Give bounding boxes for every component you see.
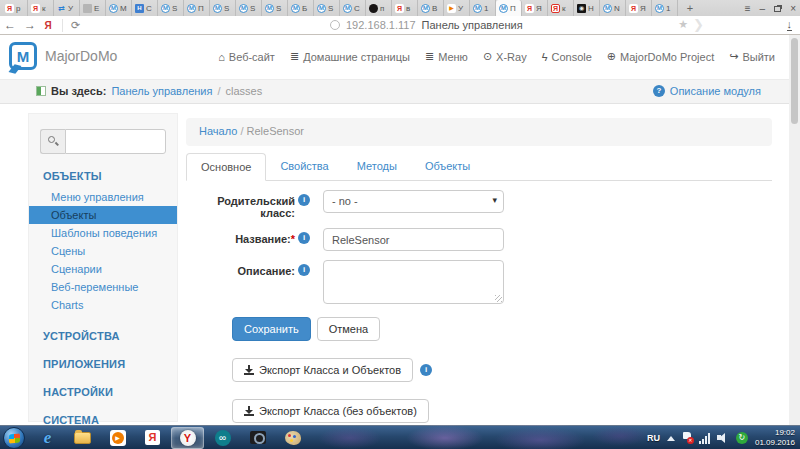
show-hidden-icons-button[interactable] — [667, 436, 675, 441]
module-help[interactable]: ? Описание модуля — [653, 85, 761, 97]
taskbar-button[interactable] — [101, 427, 134, 449]
browser-menu-icon[interactable]: ≡ — [745, 3, 751, 14]
header-nav-item[interactable]: ↪ Выйти — [729, 50, 775, 63]
breadcrumb-link[interactable]: Панель управления — [111, 85, 212, 97]
header-nav-item[interactable]: ⊙ X-Ray — [483, 50, 527, 63]
majordomo-favicon: M — [473, 4, 482, 13]
browser-tab[interactable]: п — [366, 0, 392, 16]
search-input[interactable] — [65, 129, 166, 154]
header-nav-item[interactable]: ≣ Меню — [425, 50, 468, 63]
taskbar-button[interactable] — [241, 427, 274, 449]
browser-tab[interactable]: M С — [340, 0, 366, 16]
browser-tab[interactable]: M 1 — [652, 0, 678, 16]
browser-tab[interactable]: ◉ Н — [574, 0, 600, 16]
save-button[interactable]: Сохранить — [232, 317, 311, 341]
browser-tab[interactable]: M M — [106, 0, 132, 16]
close-button[interactable]: × — [790, 3, 796, 14]
header-nav-item[interactable]: ⊕ MajorDoMo Project — [607, 50, 714, 63]
info-icon[interactable]: i — [298, 232, 310, 244]
sync-icon[interactable]: ↻ — [736, 432, 748, 444]
forward-button[interactable]: → — [20, 18, 40, 32]
browser-tab[interactable]: Я к — [28, 0, 54, 16]
chevron-down-icon: ▾ — [492, 195, 497, 205]
description-textarea[interactable] — [324, 261, 503, 303]
back-button[interactable]: ← — [0, 18, 20, 32]
action-center-icon[interactable] — [682, 432, 692, 444]
title-input[interactable] — [323, 228, 504, 251]
content-tab[interactable]: Основное — [186, 153, 266, 181]
browser-tab[interactable]: M П — [496, 0, 522, 16]
taskbar-button[interactable] — [276, 427, 309, 449]
browser-tab[interactable]: Н С — [132, 0, 158, 16]
taskbar-button[interactable]: Я — [136, 427, 169, 449]
sidebar-item[interactable]: Веб-переменные — [29, 278, 177, 296]
browser-tab[interactable]: M Б — [288, 0, 314, 16]
browser-tab[interactable]: M S — [236, 0, 262, 16]
browser-tab[interactable]: ▶ У — [444, 0, 470, 16]
new-tab-button[interactable]: + — [681, 1, 699, 15]
sidebar-section-title[interactable]: ОБЪЕКТЫ — [43, 170, 177, 182]
start-button[interactable] — [3, 427, 25, 449]
network-icon[interactable] — [699, 433, 710, 444]
restore-button[interactable] — [774, 3, 781, 14]
content-tab[interactable]: Методы — [343, 153, 411, 180]
browser-tab-label: Я — [640, 4, 646, 13]
browser-tab[interactable]: Е — [80, 0, 106, 16]
bookmark-star-icon[interactable]: ★ — [678, 18, 688, 31]
browser-tab[interactable]: M П — [184, 0, 210, 16]
minimize-button[interactable]: – — [760, 3, 766, 14]
majordomo-logo[interactable]: M MajorDoMo — [9, 42, 117, 70]
content-breadcrumb-home[interactable]: Начало — [199, 125, 237, 137]
cancel-button[interactable]: Отмена — [317, 317, 380, 341]
clock[interactable]: 19:02 01.09.2016 — [755, 428, 798, 448]
browser-tab[interactable]: Я Я — [522, 0, 548, 16]
parent-class-select[interactable]: - no - ▾ — [323, 190, 504, 213]
browser-tab[interactable]: M S — [158, 0, 184, 16]
reload-button[interactable]: ⟳ — [62, 19, 88, 32]
sidebar-section-title[interactable]: ПРИЛОЖЕНИЯ — [43, 358, 177, 370]
yandex-home-button[interactable]: Я — [40, 20, 56, 31]
header-nav-item[interactable]: ⌂ Веб-сайт — [218, 50, 275, 63]
sidebar-item[interactable]: Сцены — [29, 242, 177, 260]
taskbar-button[interactable]: ∞ — [206, 427, 239, 449]
sidebar-item[interactable]: Объекты — [29, 206, 177, 224]
browser-tab[interactable]: M В — [418, 0, 444, 16]
browser-tab[interactable]: M S — [314, 0, 340, 16]
url-box[interactable]: 192.168.1.117 Панель управления — [330, 16, 523, 34]
browser-tab[interactable]: M S — [210, 0, 236, 16]
info-icon[interactable]: i — [420, 364, 432, 376]
taskbar-button[interactable] — [66, 427, 99, 449]
page-scrollbar[interactable] — [789, 35, 800, 425]
browser-tab[interactable]: M 1 — [470, 0, 496, 16]
browser-tab[interactable]: M S — [262, 0, 288, 16]
tableau-chevron-icon: ❯ — [693, 17, 704, 32]
sidebar-section-title[interactable]: НАСТРОЙКИ — [43, 386, 177, 398]
export-class-only-button[interactable]: Экспорт Класса (без объектов) — [232, 399, 429, 423]
scrollbar-thumb[interactable] — [791, 38, 798, 124]
resize-grip[interactable] — [495, 295, 502, 302]
browser-tab[interactable]: Я Я — [626, 0, 652, 16]
header-nav-item[interactable]: ≣ Домашние страницы — [290, 50, 410, 63]
sidebar-item[interactable]: Меню управления — [29, 188, 177, 206]
sidebar-item[interactable]: Шаблоны поведения — [29, 224, 177, 242]
export-class-objects-button[interactable]: Экспорт Класса и Объектов — [232, 358, 413, 382]
sidebar-item[interactable]: Сценарии — [29, 260, 177, 278]
browser-tab[interactable]: ⇄ У — [54, 0, 80, 16]
sidebar-section-title[interactable]: УСТРОЙСТВА — [43, 330, 177, 342]
content-tab[interactable]: Объекты — [411, 153, 484, 180]
sidebar-sections: ОБЪЕКТЫМеню управленияОбъектыШаблоны пов… — [29, 170, 177, 426]
language-indicator[interactable]: RU — [647, 433, 660, 443]
taskbar-button[interactable]: e — [31, 427, 64, 449]
header-nav-item[interactable]: ϟ Console — [542, 50, 592, 63]
browser-tab[interactable]: Я к — [548, 0, 574, 16]
browser-tab[interactable]: Я р — [2, 0, 28, 16]
content-tab[interactable]: Свойства — [266, 153, 342, 180]
volume-icon[interactable] — [717, 432, 729, 444]
browser-tab[interactable]: M N — [600, 0, 626, 16]
downloads-icon[interactable]: ↓ — [787, 18, 793, 31]
info-icon[interactable]: i — [298, 264, 310, 276]
taskbar-button[interactable]: Y — [171, 427, 204, 449]
info-icon[interactable]: i — [298, 194, 310, 206]
sidebar-item[interactable]: Charts — [29, 296, 177, 314]
browser-tab[interactable]: Я в — [392, 0, 418, 16]
